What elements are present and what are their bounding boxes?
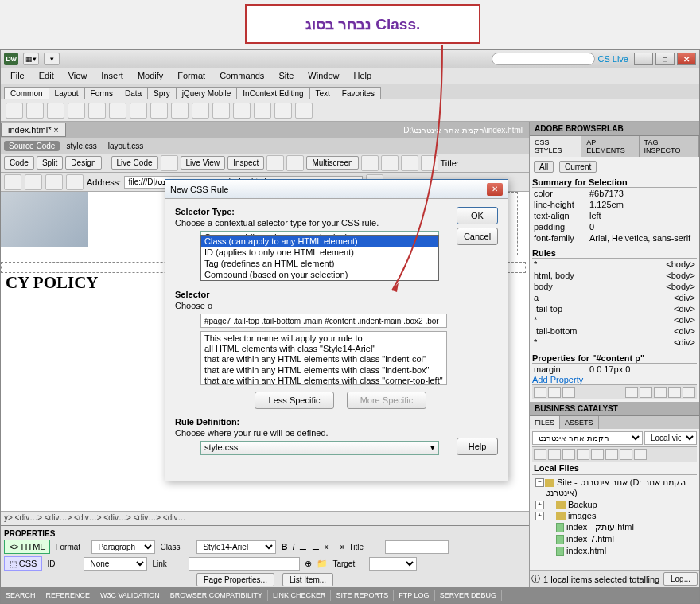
page-properties-button[interactable]: Page Properties... <box>196 573 274 586</box>
insert-tab-favorites[interactable]: Favorites <box>336 87 381 99</box>
edit-rule-icon[interactable] <box>654 387 667 398</box>
forward-icon[interactable] <box>25 174 42 190</box>
refresh-icon[interactable] <box>548 449 561 460</box>
inspect-icon[interactable] <box>161 155 178 171</box>
put-icon[interactable] <box>577 449 589 460</box>
id-select[interactable]: None <box>84 557 147 571</box>
check-icon[interactable] <box>421 155 438 171</box>
code-view-button[interactable]: Code <box>4 156 34 170</box>
insert-tab-common[interactable]: Common <box>4 87 49 99</box>
new-rule-icon[interactable] <box>640 387 652 398</box>
browserlab-panel-header[interactable]: ADOBE BROWSERLAB <box>530 122 699 136</box>
sync-icon[interactable] <box>620 449 632 460</box>
head-icon[interactable] <box>233 103 251 119</box>
bold-icon[interactable]: B <box>281 542 287 551</box>
rule-definition-combo[interactable]: style.css <box>200 441 439 455</box>
selector-type-option-id[interactable]: ID (applies to only one HTML element) <box>201 247 438 258</box>
selector-type-option-tag[interactable]: Tag (redefines an HTML element) <box>201 258 438 269</box>
status-reference[interactable]: REFERENCE <box>41 590 96 601</box>
insert-tab-layout[interactable]: Layout <box>49 87 85 99</box>
selector-type-option-compound[interactable]: Compound (based on your selection) <box>201 269 438 280</box>
ok-button[interactable]: OK <box>457 207 498 224</box>
outdent-icon[interactable]: ⇤ <box>325 542 332 552</box>
all-button[interactable]: All <box>534 161 554 173</box>
assets-tab[interactable]: ASSETS <box>560 416 599 429</box>
menu-window[interactable]: Window <box>301 69 345 82</box>
hyperlink-icon[interactable] <box>6 103 23 119</box>
menu-file[interactable]: File <box>4 69 31 82</box>
menu-edit[interactable]: Edit <box>33 69 60 82</box>
insert-tab-spry[interactable]: Spry <box>147 87 177 99</box>
inspect-button[interactable]: Inspect <box>228 156 264 170</box>
menu-format[interactable]: Format <box>171 69 212 82</box>
link-point-icon[interactable]: ⊕ <box>305 559 312 569</box>
help-button[interactable]: Help <box>457 438 498 455</box>
current-button[interactable]: Current <box>559 161 597 173</box>
files-tree[interactable]: Site - אתר אינטרנט (D: הקמת אתר אינטרנט)… <box>532 475 697 559</box>
link-browse-icon[interactable]: 📁 <box>317 559 328 569</box>
close-tab-icon[interactable]: × <box>53 125 58 134</box>
insert-tab-forms[interactable]: Forms <box>84 87 119 99</box>
live-code-button[interactable]: Live Code <box>111 156 158 170</box>
connect-icon[interactable] <box>534 449 546 460</box>
search-input[interactable] <box>492 53 595 65</box>
close-button[interactable]: ✕ <box>677 53 696 65</box>
status-browser-compat[interactable]: BROWSER COMPATIBILITY <box>165 590 268 601</box>
tag-inspector-tab[interactable]: TAG INSPECTO <box>640 136 699 157</box>
class-select[interactable]: Style14-Ariel <box>196 540 276 554</box>
validate-icon[interactable] <box>401 155 418 171</box>
list-item-button[interactable]: List Item... <box>282 573 333 586</box>
site-select[interactable]: הקמת אתר אינטרנט <box>532 431 643 445</box>
refresh-icon[interactable] <box>45 174 63 190</box>
tree-root[interactable]: Site - אתר אינטרנט (D: הקמת אתר אינטרנט) <box>534 477 695 499</box>
selector-name-input[interactable] <box>200 314 447 328</box>
images-icon[interactable] <box>109 103 126 119</box>
rules-list[interactable]: *<body> html, body<body> body<body> a<di… <box>532 259 697 350</box>
target-select[interactable] <box>369 557 417 571</box>
status-w3c[interactable]: W3C VALIDATION <box>95 590 165 601</box>
indent-icon[interactable]: ⇥ <box>336 542 344 552</box>
link-input[interactable] <box>189 557 300 571</box>
insert-tab-incontext[interactable]: InContext Editing <box>236 87 309 99</box>
tree-file[interactable]: index - עותק.html <box>534 521 695 533</box>
home-icon[interactable] <box>66 174 84 190</box>
list-icon[interactable]: ☰ <box>299 542 307 552</box>
format-select[interactable]: Paragraph <box>91 540 155 554</box>
maximize-button[interactable]: □ <box>655 53 675 65</box>
get-icon[interactable] <box>562 449 575 460</box>
italic-icon[interactable]: I <box>292 542 294 551</box>
tree-folder[interactable]: images <box>534 510 695 521</box>
extend-menu-icon[interactable]: ▾ <box>44 53 60 65</box>
preview-icon[interactable] <box>361 155 379 171</box>
menu-help[interactable]: Help <box>347 69 378 82</box>
status-link-checker[interactable]: LINK CHECKER <box>268 590 332 601</box>
status-site-reports[interactable]: SITE REPORTS <box>331 590 394 601</box>
related-file[interactable]: style.css <box>61 141 101 151</box>
delete-icon[interactable] <box>682 387 695 398</box>
browser-icon[interactable] <box>266 155 284 171</box>
back-icon[interactable] <box>4 174 21 190</box>
tree-folder[interactable]: Backup <box>534 499 695 510</box>
multiscreen-button[interactable]: Multiscreen <box>306 156 358 170</box>
source-code-button[interactable]: Source Code <box>4 141 60 151</box>
checkout-icon[interactable] <box>591 449 604 460</box>
cancel-button[interactable]: Cancel <box>457 228 498 245</box>
more-specific-button[interactable]: More Specific <box>347 392 426 409</box>
live-view-button[interactable]: Live View <box>181 156 226 170</box>
ap-elements-tab[interactable]: AP ELEMENTS <box>581 136 639 157</box>
business-catalyst-header[interactable]: BUSINESS CATALYST <box>530 402 699 416</box>
tree-file[interactable]: index-7.html <box>534 533 695 545</box>
tag-selector-bar[interactable]: y> <div…> <div…> <div…> <div…> <div…> <d… <box>1 511 529 525</box>
dialog-titlebar[interactable]: New CSS Rule ✕ <box>165 180 508 199</box>
menu-site[interactable]: Site <box>272 69 300 82</box>
related-file[interactable]: layout.css <box>103 141 148 151</box>
status-server-debug[interactable]: SERVER DEBUG <box>435 590 502 601</box>
tag-chooser-icon[interactable] <box>295 103 313 119</box>
insert-tab-data[interactable]: Data <box>119 87 148 99</box>
list-icon[interactable]: ☰ <box>312 542 320 552</box>
disable-icon[interactable] <box>668 387 681 398</box>
show-category-icon[interactable] <box>534 387 546 398</box>
insert-tab-text[interactable]: Text <box>309 87 336 99</box>
comment-icon[interactable] <box>212 103 230 119</box>
visual-aids-icon[interactable] <box>381 155 399 171</box>
